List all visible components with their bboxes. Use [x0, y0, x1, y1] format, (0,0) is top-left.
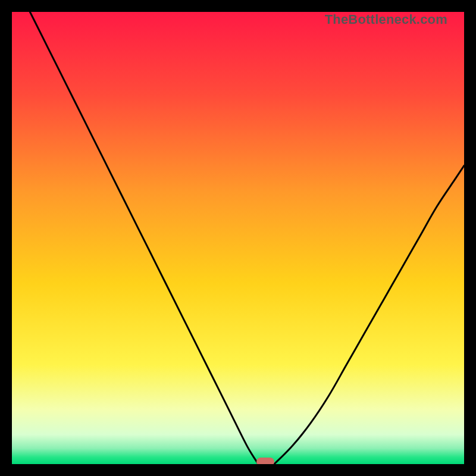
curve-left-branch [30, 12, 258, 464]
plot-area: TheBottleneck.com [12, 12, 464, 464]
curve-right-branch [274, 165, 464, 464]
minimum-marker [256, 458, 274, 464]
chart-frame: TheBottleneck.com [0, 0, 476, 476]
bottleneck-curve [12, 12, 464, 464]
